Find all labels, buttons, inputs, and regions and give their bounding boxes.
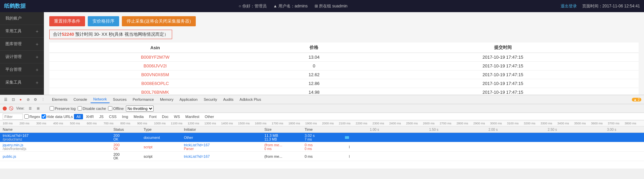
hide-data-urls-label[interactable]: Hide data URLs [42, 114, 73, 119]
regex-checkbox[interactable] [24, 114, 29, 119]
logout-link[interactable]: 退出登录 [561, 3, 577, 9]
tab-sources[interactable]: Sources [110, 96, 129, 103]
tab-security[interactable]: Security [201, 96, 220, 103]
col-name[interactable]: Name [0, 126, 111, 133]
timeline-label: 1100 ms [171, 122, 188, 125]
timeline-label: 400 ms [53, 122, 70, 125]
timeline-label: 2100 ms [339, 122, 356, 125]
offline-checkbox[interactable] [108, 106, 112, 111]
settings-icon[interactable]: ⚙ [32, 96, 38, 102]
action-buttons: 重置排序条件 安价格排序 停止采集(这将会关闭采集服务器) [49, 16, 639, 26]
regex-label[interactable]: Regex [24, 114, 40, 119]
col-type[interactable]: Type [141, 126, 181, 133]
row-type: script [141, 142, 181, 152]
tab-memory[interactable]: Memory [157, 96, 176, 103]
network-row[interactable]: trickList?id=167 /product/amz 200 OK doc… [0, 133, 644, 142]
more-icon[interactable]: ⋮ [40, 96, 46, 102]
filter-type-img[interactable]: Img [119, 114, 130, 119]
top-bar-right: 退出登录 页面时间：2017-11-06 12:54:41 [561, 3, 640, 9]
col-date: 提交时间 [367, 42, 639, 53]
tab-elements[interactable]: Elements [49, 96, 70, 103]
sidebar-item-gallery[interactable]: 图库管理 + [0, 38, 44, 51]
network-row[interactable]: public.js 200 OK script trickList?id=167… [0, 152, 644, 161]
timeline-label: 100 ms [3, 122, 20, 125]
row-initiator: trickList?id=167 [181, 152, 262, 161]
timeline-bar: 100 ms200 ms300 ms400 ms500 ms600 ms700 … [0, 120, 644, 126]
tab-network[interactable]: Network [90, 96, 109, 103]
timeline-label: 1800 ms [289, 122, 305, 125]
plus-icon: + [36, 41, 38, 47]
network-table-container: Name Status Type Initiator Size Time 1.0… [0, 126, 644, 169]
record-button[interactable] [3, 107, 7, 111]
plus-icon: + [36, 80, 38, 85]
devtools-icons: ☰ ⊡ ● ⊘ ⚙ ⋮ [3, 96, 46, 102]
filter-type-doc[interactable]: Doc [160, 114, 171, 119]
timeline-label: 500 ms [70, 122, 87, 125]
waterfall-tick: 2.50 s [523, 128, 582, 131]
timeline-label: 3700 ms [608, 122, 625, 125]
console-drawer-icon[interactable]: ⊡ [10, 96, 16, 102]
filter-type-xhr[interactable]: XHR [84, 114, 96, 119]
sidebar-item-tools[interactable]: 常用工具 + [0, 25, 44, 38]
filter-type-all[interactable]: All [74, 114, 83, 119]
filter-type-ws[interactable]: WS [171, 114, 182, 119]
timeline-label: 2600 ms [423, 122, 440, 125]
row-waterfall [342, 152, 644, 161]
sidebar-item-platform[interactable]: 平台管理 + [0, 63, 44, 76]
col-initiator[interactable]: Initiator [181, 126, 262, 133]
offline-label[interactable]: Offline [108, 106, 124, 111]
sidebar-item-collect[interactable]: 采集工具 + [0, 76, 44, 89]
timeline-label: 2400 ms [389, 122, 406, 125]
tab-console[interactable]: Console [71, 96, 90, 103]
col-time[interactable]: Time [302, 126, 342, 133]
timeline-label: 2200 ms [356, 122, 373, 125]
sidebar-item-account[interactable]: 我的账户 [0, 12, 44, 25]
stop-collect-button[interactable]: 停止采集(这将会关闭采集服务器) [122, 16, 196, 26]
table-row: B00VN0X65M12.622017-10-19 17:47:15 [49, 70, 639, 79]
tab-application[interactable]: Application [177, 96, 200, 103]
nav-username: ▲ 用户名：admins [273, 3, 308, 9]
filter-type-js[interactable]: JS [97, 114, 106, 119]
timeline-label: 2800 ms [457, 122, 474, 125]
preserve-log-checkbox[interactable] [50, 106, 54, 111]
disable-cache-checkbox[interactable] [78, 106, 82, 111]
tab-adblock[interactable]: Adblock Plus [237, 96, 264, 103]
col-status[interactable]: Status [111, 126, 141, 133]
filter-types: AllXHRJSCSSImgMediaFontDocWSManifestOthe… [74, 114, 216, 119]
disable-cache-label[interactable]: Disable cache [78, 106, 106, 111]
preserve-log-label[interactable]: Preserve log [50, 106, 76, 111]
timeline-label: 2000 ms [322, 122, 339, 125]
filter-type-other[interactable]: Other [203, 114, 217, 119]
grid-view-icon[interactable]: ⊞ [35, 106, 41, 112]
col-size[interactable]: Size [262, 126, 302, 133]
filter-bar: Regex Hide data URLs AllXHRJSCSSImgMedia… [0, 113, 644, 120]
row-time: 0 ms 0 ms [302, 142, 342, 152]
filter-type-font[interactable]: Font [147, 114, 159, 119]
throttling-select[interactable]: No throttling [126, 106, 154, 112]
timeline-labels: 100 ms200 ms300 ms400 ms500 ms600 ms700 … [3, 122, 641, 125]
summary-prefix: 合计 [53, 32, 62, 37]
list-view-icon[interactable]: ☰ [27, 106, 33, 112]
network-row[interactable]: jquery.min.js /skin/frontend/js 200 OK s… [0, 142, 644, 152]
inspect-icon[interactable]: ☰ [3, 96, 9, 102]
reset-sort-button[interactable]: 重置排序条件 [49, 16, 85, 26]
network-toolbar: 🚫 View: ☰ ⊞ Preserve log Disable cache O… [0, 104, 644, 113]
col-price: 价格 [261, 42, 367, 53]
record-icon[interactable]: ● [18, 96, 24, 102]
row-status: 200 OK [111, 152, 141, 161]
clear-icon[interactable]: ⊘ [25, 96, 31, 102]
timeline-label: 300 ms [36, 122, 53, 125]
filter-type-media[interactable]: Media [131, 114, 146, 119]
filter-input[interactable] [3, 114, 23, 120]
tab-audits[interactable]: Audits [220, 96, 236, 103]
filter-type-css[interactable]: CSS [107, 114, 119, 119]
hide-data-urls-checkbox[interactable] [42, 114, 46, 119]
clear-button[interactable]: 🚫 [9, 106, 14, 111]
filter-type-manifest[interactable]: Manifest [183, 114, 202, 119]
tab-performance[interactable]: Performance [130, 96, 157, 103]
sidebar-item-design[interactable]: 设计管理 + [0, 51, 44, 63]
timeline-label: 3100 ms [507, 122, 524, 125]
price-sort-button[interactable]: 安价格排序 [88, 16, 119, 26]
timeline-label: 1200 ms [188, 122, 205, 125]
plus-icon: + [36, 29, 38, 34]
